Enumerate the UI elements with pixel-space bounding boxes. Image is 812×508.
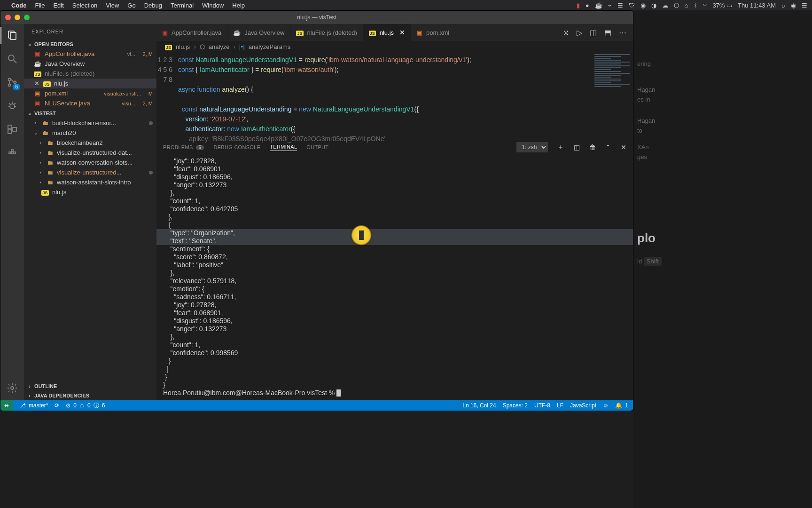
- tray-cloud-icon[interactable]: ☁: [662, 2, 668, 9]
- folder-item[interactable]: ›🖿build-blockchain-insur...: [24, 118, 156, 128]
- split-terminal-icon[interactable]: ◫: [574, 143, 580, 151]
- folder-item[interactable]: ⌄🖿march20: [24, 128, 156, 138]
- status-feedback-icon[interactable]: ☺: [603, 402, 609, 409]
- breadcrumb[interactable]: JS nlu.js › ⬡ analyze › [•] analyzeParam…: [156, 41, 633, 53]
- file-item[interactable]: JSnlu.js: [24, 187, 156, 197]
- menu-go[interactable]: Go: [127, 2, 135, 9]
- tray-battery-label[interactable]: 37% ▭: [712, 2, 732, 9]
- panel-tab-problems[interactable]: PROBLEMS6: [163, 144, 204, 150]
- code-body[interactable]: const NaturalLanguageUnderstandingV1 = r…: [178, 53, 471, 139]
- menu-help[interactable]: Help: [232, 2, 245, 9]
- terminal-output[interactable]: "joy": 0.27828, "fear": 0.068901, "disgu…: [156, 155, 633, 400]
- tray-clock[interactable]: Thu 11:43 AM: [738, 2, 776, 9]
- editor-tab[interactable]: ☕Java Overview: [227, 24, 290, 41]
- status-sync-icon[interactable]: ⟳: [55, 402, 59, 409]
- split-editor-icon[interactable]: ◫: [590, 28, 597, 37]
- close-icon[interactable]: ✕: [33, 80, 40, 87]
- window-titlebar[interactable]: nlu.js — visTest: [0, 11, 633, 24]
- tray-shield-icon[interactable]: 🛡: [629, 2, 635, 9]
- tray-siri-icon[interactable]: ◉: [791, 2, 796, 9]
- maximize-panel-icon[interactable]: ⌃: [605, 143, 611, 151]
- breadcrumb-symbol[interactable]: analyze: [209, 43, 230, 50]
- activity-scm-icon[interactable]: 6: [6, 76, 19, 89]
- activity-debug-icon[interactable]: [6, 99, 19, 112]
- folder-item[interactable]: ›🖿watson-conversation-slots...: [24, 158, 156, 167]
- panel-tab-terminal[interactable]: TERMINAL: [270, 144, 297, 151]
- tray-notifications-icon[interactable]: ☰: [802, 2, 807, 9]
- tray-icon[interactable]: ⌁: [608, 2, 612, 9]
- tray-icon[interactable]: ◉: [640, 2, 646, 9]
- tray-icon[interactable]: ☰: [617, 2, 623, 9]
- workspace-header[interactable]: ⌄VISTEST: [24, 108, 156, 118]
- close-tab-icon[interactable]: ✕: [399, 29, 405, 36]
- more-icon[interactable]: ⋯: [619, 28, 626, 37]
- breadcrumb-symbol[interactable]: analyzeParams: [249, 43, 291, 50]
- status-language[interactable]: JavaScript: [570, 402, 596, 409]
- editor-tab[interactable]: ▣AppController.java: [156, 24, 227, 41]
- folder-item[interactable]: ›🖿visualize-unstructured-dat...: [24, 148, 156, 158]
- java-deps-header[interactable]: ›JAVA DEPENDENCIES: [24, 391, 156, 400]
- tray-bluetooth-icon[interactable]: ᚼ: [694, 2, 697, 9]
- activity-search-icon[interactable]: [6, 52, 19, 65]
- tray-wifi-icon[interactable]: ⌔: [703, 2, 707, 9]
- status-notifications[interactable]: 🔔1: [615, 402, 628, 409]
- menu-file[interactable]: File: [35, 2, 45, 9]
- editor-tab[interactable]: ▣pom.xml: [411, 24, 455, 41]
- activity-settings-icon[interactable]: [6, 381, 19, 395]
- menu-terminal[interactable]: Terminal: [171, 2, 194, 9]
- tray-coffee-icon[interactable]: ☕: [595, 2, 602, 9]
- status-cursor-pos[interactable]: Ln 16, Col 24: [462, 402, 496, 409]
- menu-view[interactable]: View: [106, 2, 119, 9]
- menu-debug[interactable]: Debug: [144, 2, 162, 9]
- window-close-button[interactable]: [5, 15, 11, 20]
- menu-window[interactable]: Window: [202, 2, 224, 9]
- status-eol[interactable]: LF: [557, 402, 563, 409]
- open-editor-item[interactable]: ☕Java Overview: [24, 59, 156, 69]
- tray-icon[interactable]: ◑: [651, 2, 656, 9]
- open-editor-item[interactable]: ▣AppController.javavi... 2, M: [24, 49, 156, 59]
- open-editor-item[interactable]: ✕JSnlu.js: [24, 79, 156, 88]
- tray-icon[interactable]: ⌂: [685, 2, 688, 9]
- activity-docker-icon[interactable]: [6, 146, 19, 159]
- open-editors-header[interactable]: ⌄OPEN EDITORS: [24, 39, 156, 49]
- open-editor-item[interactable]: JSnluFile.js (deleted): [24, 69, 156, 79]
- panel-tab-output[interactable]: OUTPUT: [306, 144, 328, 150]
- tray-icon[interactable]: ▮: [577, 2, 580, 9]
- close-panel-icon[interactable]: ✕: [621, 143, 626, 151]
- status-remote-icon[interactable]: ⬌: [0, 400, 13, 411]
- window-maximize-button[interactable]: [24, 15, 30, 20]
- editor-tab[interactable]: JSnluFile.js (deleted): [290, 24, 363, 41]
- menu-edit[interactable]: Edit: [53, 2, 63, 9]
- activity-explorer-icon[interactable]: [6, 29, 19, 42]
- activity-extensions-icon[interactable]: [6, 123, 19, 136]
- minimap[interactable]: [592, 53, 633, 138]
- open-editor-item[interactable]: ▣NLUService.javavisu... 2, M: [24, 98, 156, 108]
- status-encoding[interactable]: UTF-8: [534, 402, 550, 409]
- kill-terminal-icon[interactable]: 🗑: [589, 143, 596, 151]
- compare-icon[interactable]: ⤭: [563, 28, 569, 37]
- tray-search-icon[interactable]: ⌕: [781, 2, 785, 9]
- svg-point-20: [11, 387, 14, 389]
- editor-tab[interactable]: JSnlu.js✕: [363, 24, 411, 41]
- terminal-shell-selector[interactable]: 1: zsh: [516, 142, 548, 152]
- app-menu[interactable]: Code: [11, 2, 27, 9]
- code-editor[interactable]: 1 2 3 4 5 6 7 8 const NaturalLanguageUnd…: [156, 53, 633, 139]
- folder-item[interactable]: ›🖿blockchainbean2: [24, 138, 156, 148]
- terminal-selection: "text": "Senate",: [156, 237, 633, 245]
- status-branch[interactable]: ⎇master*: [19, 402, 48, 409]
- panel-tab-debug-console[interactable]: DEBUG CONSOLE: [213, 144, 260, 150]
- tray-icon[interactable]: ⬡: [674, 2, 679, 9]
- folder-item[interactable]: ›🖿visualize-unstructured...: [24, 167, 156, 177]
- split-layout-icon[interactable]: ⬒: [604, 28, 611, 37]
- outline-header[interactable]: ›OUTLINE: [24, 381, 156, 391]
- breadcrumb-file[interactable]: nlu.js: [176, 43, 190, 50]
- menu-selection[interactable]: Selection: [72, 2, 97, 9]
- window-minimize-button[interactable]: [15, 15, 20, 20]
- folder-item[interactable]: ›🖿watson-assistant-slots-intro: [24, 177, 156, 187]
- open-editor-item[interactable]: ▣pom.xmlvisualize-unstr... M: [24, 88, 156, 98]
- tray-icon[interactable]: ●: [586, 2, 589, 9]
- run-icon[interactable]: ▷: [577, 28, 582, 37]
- new-terminal-icon[interactable]: ＋: [557, 143, 564, 151]
- status-problems[interactable]: ⊘0 ⚠0 ⓘ6: [66, 402, 105, 410]
- status-indent[interactable]: Spaces: 2: [503, 402, 528, 409]
